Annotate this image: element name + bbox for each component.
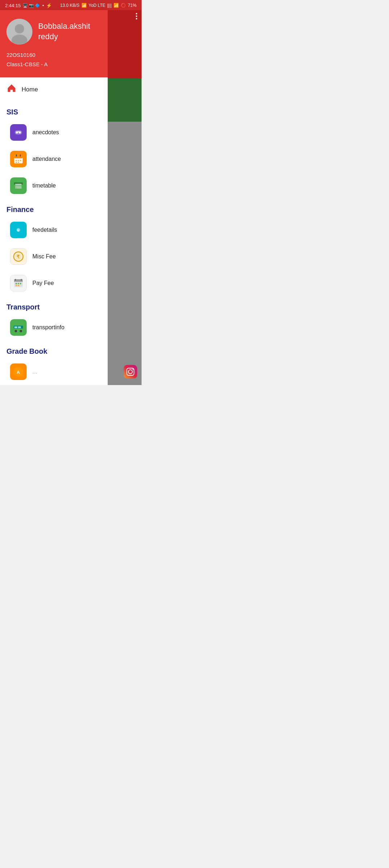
anecdotes-icon: [10, 124, 27, 141]
svg-rect-32: [20, 283, 21, 284]
svg-point-42: [21, 331, 22, 332]
timetable-icon: [10, 177, 27, 194]
svg-point-41: [15, 331, 17, 332]
signal-bars: ||||: [107, 3, 112, 8]
gradebook-icon: A: [10, 363, 27, 380]
carrier-label: YoD LTE: [89, 3, 106, 8]
feedetails-menu-item[interactable]: $ feedetails: [0, 217, 108, 243]
svg-point-48: [133, 369, 134, 370]
profile-header: Bobbala.akshit reddy 22OS10160 Class1-CB…: [0, 10, 108, 77]
svg-rect-17: [15, 186, 22, 186]
overlay-gray-bottom: [108, 122, 142, 385]
secondary-signal: 📶: [113, 3, 119, 8]
avatar: [6, 19, 32, 45]
svg-text:₹: ₹: [17, 254, 20, 259]
timetable-menu-item[interactable]: timetable: [0, 172, 108, 199]
dot-indicator: •: [43, 3, 44, 8]
svg-rect-29: [21, 279, 22, 281]
gradebook-header: Grade Book: [0, 341, 108, 358]
transport-section: Transport transportinfo: [0, 297, 108, 341]
anecdotes-menu-item[interactable]: anecdotes: [0, 119, 108, 146]
network-speed: 13.0 KB/S: [60, 3, 80, 8]
status-icons-left: 🖥️ 📷 🔷: [23, 3, 40, 8]
student-class: Class1-CBSE - A: [6, 60, 101, 69]
sis-header: SIS: [0, 101, 108, 119]
svg-text:$: $: [17, 229, 19, 232]
attendance-label: attendance: [32, 156, 61, 162]
profile-details: 22OS10160 Class1-CBSE - A: [6, 50, 101, 69]
payfee-label: Pay Fee: [32, 280, 54, 286]
wifi-icon: 📶: [81, 3, 87, 8]
payfee-menu-item[interactable]: Pay Fee: [0, 270, 108, 297]
profile-row: Bobbala.akshit reddy: [6, 19, 101, 45]
svg-rect-8: [16, 154, 17, 157]
svg-rect-33: [15, 285, 17, 286]
anecdotes-label: anecdotes: [32, 129, 59, 136]
svg-rect-18: [15, 187, 22, 188]
svg-rect-34: [18, 285, 19, 286]
svg-point-1: [15, 24, 24, 33]
svg-point-13: [16, 162, 17, 163]
transport-header: Transport: [0, 297, 108, 314]
svg-rect-19: [15, 184, 22, 185]
finance-section: Finance $ feedetails: [0, 199, 108, 297]
miscfee-menu-item[interactable]: ₹ Misc Fee: [0, 243, 108, 270]
miscfee-label: Misc Fee: [32, 253, 56, 260]
miscfee-icon: ₹: [10, 248, 27, 265]
overlay-red-top: [108, 10, 142, 78]
feedetails-icon: $: [10, 222, 27, 238]
sis-section: SIS anecdotes: [0, 101, 108, 199]
transport-icon: [10, 319, 27, 336]
home-menu-item[interactable]: Home: [0, 77, 108, 101]
more-options-button[interactable]: [136, 13, 137, 19]
svg-rect-45: [124, 365, 137, 379]
attendance-menu-item[interactable]: attendance: [0, 146, 108, 172]
svg-rect-38: [18, 326, 21, 328]
svg-rect-7: [14, 155, 23, 158]
feedetails-label: feedetails: [32, 227, 57, 233]
instagram-button[interactable]: [123, 364, 138, 381]
status-time: 2:44:15 🖥️ 📷 🔷 • ⚡: [5, 3, 52, 8]
drawer-container: Bobbala.akshit reddy 22OS10160 Class1-CB…: [0, 10, 142, 385]
overlay-green-mid: [108, 78, 142, 122]
svg-rect-28: [15, 279, 16, 281]
svg-rect-31: [18, 283, 19, 284]
timetable-label: timetable: [32, 182, 56, 189]
status-right: 13.0 KB/S 📶 YoD LTE |||| 📶 ⭕ 71%: [60, 3, 137, 8]
transportinfo-label: transportinfo: [32, 324, 64, 331]
profile-name: Bobbala.akshit reddy: [38, 21, 90, 42]
battery-icon: ⭕: [121, 3, 126, 8]
svg-rect-37: [14, 326, 17, 328]
svg-point-10: [16, 160, 17, 161]
status-bar: 2:44:15 🖥️ 📷 🔷 • ⚡ 13.0 KB/S 📶 YoD LTE |…: [0, 0, 142, 10]
payfee-icon: [10, 275, 27, 291]
home-label: Home: [22, 86, 38, 93]
battery-level: 71%: [128, 3, 137, 8]
right-overlay: [108, 10, 142, 385]
svg-point-11: [18, 160, 19, 161]
time-display: 2:44:15: [5, 3, 21, 8]
transportinfo-menu-item[interactable]: transportinfo: [0, 314, 108, 341]
attendance-icon: [10, 151, 27, 167]
svg-rect-9: [20, 154, 21, 157]
bluetooth-icon: ⚡: [46, 3, 52, 8]
finance-header: Finance: [0, 199, 108, 217]
home-icon: [6, 83, 17, 96]
navigation-drawer: Bobbala.akshit reddy 22OS10160 Class1-CB…: [0, 10, 108, 385]
gradebook-section: Grade Book A ...: [0, 341, 108, 385]
svg-point-12: [20, 160, 21, 161]
student-id: 22OS10160: [6, 50, 101, 60]
gradebook-item-partial[interactable]: A ...: [0, 358, 108, 385]
svg-text:A: A: [17, 370, 20, 375]
svg-rect-30: [15, 283, 17, 284]
profile-name-block: Bobbala.akshit reddy: [38, 21, 90, 42]
svg-point-14: [18, 162, 19, 163]
